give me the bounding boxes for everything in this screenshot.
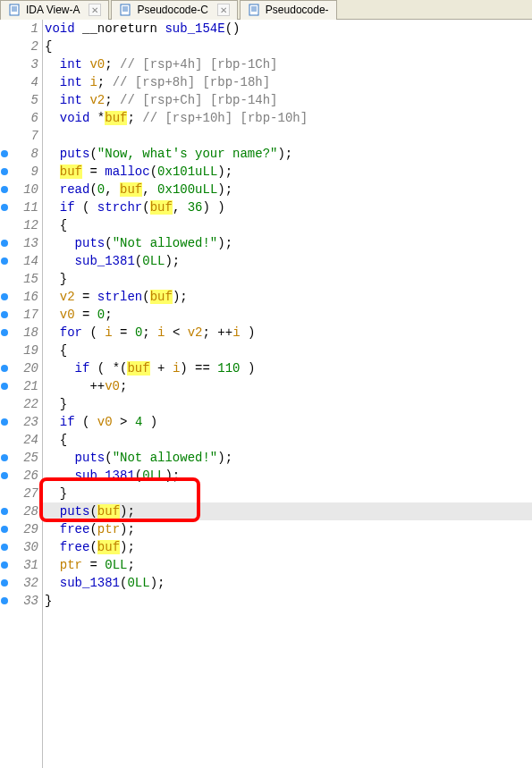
line-number: 7	[9, 127, 42, 145]
line-number: 20	[9, 359, 42, 377]
line-number: 14	[9, 252, 42, 270]
breakpoint-slot[interactable]	[0, 38, 9, 55]
breakpoint-slot[interactable]	[0, 234, 9, 252]
breakpoint-slot[interactable]	[0, 377, 9, 395]
breakpoint-slot[interactable]	[0, 502, 9, 520]
doc-icon	[8, 4, 21, 16]
code-line[interactable]: int v2; // [rsp+Ch] [rbp-14h]	[43, 91, 532, 109]
breakpoint-dot-icon	[1, 168, 8, 175]
breakpoint-slot[interactable]	[0, 556, 9, 574]
code-line[interactable]: for ( i = 0; i < v2; ++i )	[43, 324, 532, 342]
code-line[interactable]: read(0, buf, 0x100uLL);	[43, 181, 532, 198]
breakpoint-slot[interactable]	[0, 55, 9, 73]
tab-ida-view-a[interactable]: IDA View-A ✕	[0, 0, 109, 20]
breakpoint-slot[interactable]	[0, 592, 9, 610]
code-line[interactable]: }	[43, 485, 532, 502]
breakpoint-slot[interactable]	[0, 574, 9, 592]
code-line[interactable]: sub_1381(0LL);	[43, 252, 532, 270]
breakpoint-slot[interactable]	[0, 216, 9, 234]
line-number: 3	[9, 55, 42, 73]
code-line[interactable]: sub_1381(0LL);	[43, 467, 532, 485]
code-line[interactable]: {	[43, 342, 532, 359]
line-number: 12	[9, 216, 42, 234]
code-line[interactable]: ptr = 0LL;	[43, 556, 532, 574]
line-number: 19	[9, 342, 42, 359]
code-line[interactable]: }	[43, 395, 532, 413]
code-line[interactable]: buf = malloc(0x101uLL);	[43, 163, 532, 181]
breakpoint-slot[interactable]	[0, 252, 9, 270]
code-line[interactable]: puts(buf);	[43, 502, 532, 520]
breakpoint-slot[interactable]	[0, 163, 9, 181]
breakpoint-slot[interactable]	[0, 270, 9, 288]
code-line[interactable]: int i; // [rsp+8h] [rbp-18h]	[43, 73, 532, 91]
breakpoint-slot[interactable]	[0, 198, 9, 216]
line-number: 24	[9, 431, 42, 449]
breakpoint-slot[interactable]	[0, 413, 9, 431]
doc-icon	[119, 4, 131, 16]
code-line[interactable]: }	[43, 592, 532, 610]
code-line[interactable]: void *buf; // [rsp+10h] [rbp-10h]	[43, 109, 532, 127]
breakpoint-dot-icon	[1, 150, 8, 157]
breakpoint-slot[interactable]	[0, 91, 9, 109]
line-number: 5	[9, 91, 42, 109]
line-number: 13	[9, 234, 42, 252]
breakpoint-slot[interactable]	[0, 449, 9, 467]
breakpoint-gutter[interactable]	[0, 20, 9, 768]
code-line[interactable]: {	[43, 431, 532, 449]
code-line[interactable]: free(buf);	[43, 538, 532, 556]
code-line[interactable]: puts("Not allowed!");	[43, 234, 532, 252]
line-number: 23	[9, 413, 42, 431]
code-line[interactable]: {	[43, 38, 532, 55]
breakpoint-slot[interactable]	[0, 431, 9, 449]
code-line[interactable]: int v0; // [rsp+4h] [rbp-1Ch]	[43, 55, 532, 73]
code-line[interactable]	[43, 127, 532, 145]
breakpoint-slot[interactable]	[0, 181, 9, 198]
code-line[interactable]: v2 = strlen(buf);	[43, 288, 532, 306]
line-number: 26	[9, 467, 42, 485]
breakpoint-slot[interactable]	[0, 73, 9, 91]
code-line[interactable]: if ( v0 > 4 )	[43, 413, 532, 431]
close-icon[interactable]: ✕	[217, 4, 230, 16]
breakpoint-slot[interactable]	[0, 342, 9, 359]
code-line[interactable]: v0 = 0;	[43, 306, 532, 324]
svg-rect-0	[10, 4, 19, 15]
breakpoint-slot[interactable]	[0, 109, 9, 127]
code-area[interactable]: void __noreturn sub_154E(){ int v0; // […	[43, 20, 532, 768]
code-line[interactable]: if ( *(buf + i) == 110 )	[43, 359, 532, 377]
breakpoint-slot[interactable]	[0, 467, 9, 485]
line-number: 17	[9, 306, 42, 324]
breakpoint-slot[interactable]	[0, 306, 9, 324]
breakpoint-slot[interactable]	[0, 288, 9, 306]
breakpoint-dot-icon	[1, 472, 8, 479]
breakpoint-slot[interactable]	[0, 485, 9, 502]
svg-rect-4	[121, 4, 130, 15]
line-number: 31	[9, 556, 42, 574]
tab-pseudocode-c[interactable]: Pseudocode-C ✕	[111, 0, 237, 20]
breakpoint-slot[interactable]	[0, 20, 9, 38]
line-number: 10	[9, 181, 42, 198]
code-line[interactable]: }	[43, 270, 532, 288]
breakpoint-slot[interactable]	[0, 324, 9, 342]
breakpoint-dot-icon	[1, 186, 8, 193]
code-line[interactable]: if ( strchr(buf, 36) )	[43, 198, 532, 216]
breakpoint-slot[interactable]	[0, 145, 9, 163]
close-icon[interactable]: ✕	[89, 4, 101, 16]
code-line[interactable]: {	[43, 216, 532, 234]
tab-pseudocode[interactable]: Pseudocode-	[240, 0, 337, 20]
line-number: 32	[9, 574, 42, 592]
breakpoint-slot[interactable]	[0, 395, 9, 413]
editor: 1234567891011121314151617181920212223242…	[0, 20, 532, 768]
code-line[interactable]: puts("Not allowed!");	[43, 449, 532, 467]
breakpoint-slot[interactable]	[0, 359, 9, 377]
svg-rect-8	[249, 4, 258, 15]
code-line[interactable]: sub_1381(0LL);	[43, 574, 532, 592]
code-line[interactable]: void __noreturn sub_154E()	[43, 20, 532, 38]
breakpoint-slot[interactable]	[0, 538, 9, 556]
breakpoint-slot[interactable]	[0, 520, 9, 538]
code-line[interactable]: puts("Now, what's your name?");	[43, 145, 532, 163]
code-line[interactable]: free(ptr);	[43, 520, 532, 538]
code-line[interactable]: ++v0;	[43, 377, 532, 395]
breakpoint-slot[interactable]	[0, 127, 9, 145]
line-number: 11	[9, 198, 42, 216]
breakpoint-dot-icon	[1, 418, 8, 426]
